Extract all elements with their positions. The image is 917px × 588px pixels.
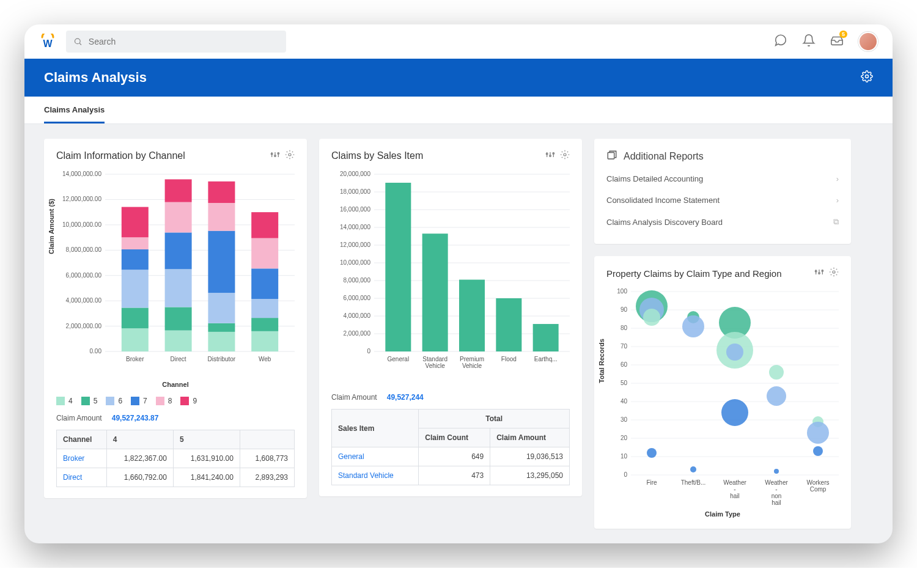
svg-text:18,000,000: 18,000,000 bbox=[340, 188, 370, 195]
svg-point-143 bbox=[690, 466, 696, 472]
search-box[interactable] bbox=[66, 31, 286, 53]
x-axis-label: Claim Type bbox=[606, 510, 839, 518]
filter-icon[interactable] bbox=[814, 267, 824, 279]
dashboard-grid: Claim Information by Channel 0.002,000,0… bbox=[24, 124, 893, 543]
channel-table: Channel 4 5 Broker1,822,367.001,631,910.… bbox=[56, 430, 295, 487]
table-row[interactable]: Standard Vehicle47313,295,050 bbox=[332, 466, 570, 485]
th-total[interactable]: Total bbox=[419, 410, 570, 428]
svg-rect-44 bbox=[208, 231, 235, 293]
th-channel[interactable]: Channel bbox=[57, 430, 107, 449]
svg-rect-50 bbox=[251, 299, 278, 318]
svg-text:Web: Web bbox=[259, 356, 271, 362]
svg-text:Premium: Premium bbox=[460, 356, 484, 362]
chat-icon[interactable] bbox=[774, 34, 787, 50]
svg-point-1 bbox=[75, 39, 80, 44]
svg-text:6,000,000: 6,000,000 bbox=[344, 295, 371, 301]
settings-gear-icon[interactable] bbox=[861, 70, 873, 85]
report-link[interactable]: Consolidated Income Statement› bbox=[606, 189, 839, 211]
svg-text:hail: hail bbox=[730, 493, 740, 499]
th-sales-item[interactable]: Sales Item bbox=[332, 410, 419, 447]
th-claim-amount[interactable]: Claim Amount bbox=[490, 428, 570, 447]
stacked-bar-chart[interactable]: 0.002,000,000.004,000,000.006,000,000.00… bbox=[56, 168, 295, 388]
bubble-chart[interactable]: 0102030405060708090100FireTheft/B...Weat… bbox=[606, 285, 839, 518]
svg-text:Earthq...: Earthq... bbox=[534, 356, 558, 362]
gear-icon[interactable] bbox=[285, 150, 295, 162]
svg-text:4,000,000.00: 4,000,000.00 bbox=[66, 297, 102, 304]
workday-logo-icon[interactable]: W bbox=[39, 33, 56, 50]
svg-rect-32 bbox=[122, 207, 149, 238]
card-property-claims: Property Claims by Claim Type and Region… bbox=[594, 256, 851, 529]
svg-text:90: 90 bbox=[621, 306, 628, 313]
svg-point-142 bbox=[682, 315, 704, 337]
svg-rect-39 bbox=[165, 179, 192, 202]
svg-point-103 bbox=[833, 271, 835, 273]
report-link[interactable]: Claims Analysis Discovery Board⧉ bbox=[606, 211, 839, 233]
svg-text:100: 100 bbox=[617, 288, 627, 295]
table-row[interactable]: Broker1,822,367.001,631,910.001,608,773 bbox=[57, 449, 295, 468]
inbox-icon[interactable]: 5 bbox=[830, 34, 844, 50]
svg-point-139 bbox=[643, 309, 660, 326]
bar-chart[interactable]: 02,000,0004,000,0006,000,0008,000,00010,… bbox=[331, 168, 570, 384]
svg-point-61 bbox=[564, 153, 566, 156]
svg-rect-96 bbox=[608, 153, 614, 160]
card-title: Property Claims by Claim Type and Region bbox=[606, 268, 782, 279]
svg-point-3 bbox=[866, 75, 869, 78]
svg-text:-: - bbox=[734, 486, 735, 493]
gear-icon[interactable] bbox=[829, 267, 839, 279]
svg-text:hail: hail bbox=[772, 499, 781, 505]
svg-text:6,000,000.00: 6,000,000.00 bbox=[66, 272, 102, 279]
svg-text:8,000,000.00: 8,000,000.00 bbox=[66, 246, 102, 253]
th-claim-count[interactable]: Claim Count bbox=[419, 428, 490, 447]
page-titlebar: Claims Analysis bbox=[24, 59, 893, 97]
svg-text:12,000,000: 12,000,000 bbox=[340, 241, 370, 248]
svg-text:Standard: Standard bbox=[422, 356, 447, 362]
svg-rect-46 bbox=[208, 182, 235, 203]
svg-text:60: 60 bbox=[621, 361, 628, 368]
th-extra[interactable] bbox=[240, 430, 294, 449]
svg-text:Direct: Direct bbox=[171, 356, 186, 362]
gear-icon[interactable] bbox=[560, 150, 570, 162]
th-5[interactable]: 5 bbox=[173, 430, 240, 449]
tab-claims-analysis[interactable]: Claims Analysis bbox=[44, 97, 105, 123]
metric-value[interactable]: 49,527,244 bbox=[387, 393, 424, 402]
search-input[interactable] bbox=[89, 37, 279, 46]
metric-value[interactable]: 49,527,243.87 bbox=[112, 414, 159, 422]
page-title: Claims Analysis bbox=[44, 70, 147, 86]
svg-text:20,000,000: 20,000,000 bbox=[340, 171, 370, 177]
svg-rect-92 bbox=[496, 298, 521, 351]
svg-rect-86 bbox=[422, 233, 448, 351]
table-row[interactable]: General64919,036,513 bbox=[332, 447, 570, 466]
svg-rect-45 bbox=[208, 203, 235, 231]
svg-rect-52 bbox=[251, 238, 278, 269]
filter-icon[interactable] bbox=[270, 150, 280, 162]
svg-rect-37 bbox=[165, 232, 192, 269]
filter-icon[interactable] bbox=[545, 150, 555, 162]
metric-row: Claim Amount 49,527,244 bbox=[331, 393, 570, 402]
svg-text:40: 40 bbox=[621, 398, 628, 405]
svg-text:0: 0 bbox=[624, 471, 627, 478]
svg-rect-51 bbox=[251, 268, 278, 299]
svg-text:20: 20 bbox=[621, 435, 628, 441]
svg-text:General: General bbox=[388, 356, 410, 362]
svg-text:10,000,000.00: 10,000,000.00 bbox=[62, 221, 101, 228]
card-claims-by-sales-item: Claims by Sales Item 02,000,0004,000,000… bbox=[319, 139, 582, 496]
svg-text:80: 80 bbox=[621, 325, 628, 331]
svg-rect-27 bbox=[122, 328, 149, 351]
svg-text:8,000,000: 8,000,000 bbox=[344, 277, 371, 284]
table-row[interactable]: Direct1,660,792.001,841,240.002,893,293 bbox=[57, 468, 295, 487]
card-title: Additional Reports bbox=[624, 151, 704, 162]
th-4[interactable]: 4 bbox=[106, 430, 173, 449]
svg-text:50: 50 bbox=[621, 380, 628, 386]
svg-text:Vehicle: Vehicle bbox=[462, 362, 482, 369]
svg-point-140 bbox=[647, 448, 657, 458]
svg-line-2 bbox=[79, 43, 81, 45]
svg-point-146 bbox=[726, 344, 743, 361]
report-link[interactable]: Claims Detailed Accounting› bbox=[606, 168, 839, 189]
svg-point-150 bbox=[774, 469, 779, 474]
sales-item-table: Sales Item Total Claim Count Claim Amoun… bbox=[331, 409, 570, 485]
avatar[interactable] bbox=[858, 32, 878, 51]
svg-text:30: 30 bbox=[621, 416, 628, 423]
notifications-icon[interactable] bbox=[802, 34, 816, 50]
svg-rect-31 bbox=[122, 237, 149, 249]
tabs: Claims Analysis bbox=[24, 97, 893, 124]
